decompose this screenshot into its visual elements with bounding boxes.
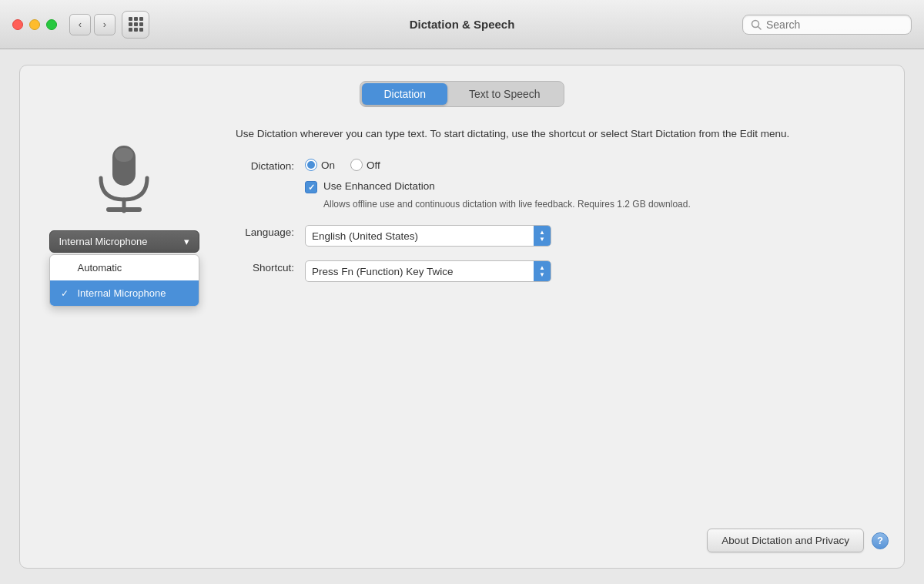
search-input[interactable] xyxy=(766,18,903,31)
shortcut-setting-row: Shortcut: Press Fn (Function) Key Twice … xyxy=(236,260,889,282)
radio-on-circle xyxy=(305,159,317,171)
tab-dictation[interactable]: Dictation xyxy=(362,83,447,105)
about-dictation-button[interactable]: About Dictation and Privacy xyxy=(707,529,864,552)
radio-on-inner xyxy=(307,161,315,169)
svg-line-1 xyxy=(758,26,762,29)
dictation-control: On Off ✓ xyxy=(305,159,889,211)
minimize-button[interactable] xyxy=(29,19,40,30)
dropdown-item-automatic[interactable]: Automatic xyxy=(50,255,199,280)
back-button[interactable]: ‹ xyxy=(69,14,91,35)
dropdown-item-automatic-label: Automatic xyxy=(78,262,122,274)
select-up-arrow: ▲ xyxy=(539,230,545,236)
microphone-dropdown-menu: Automatic ✓ Internal Microphone xyxy=(49,254,199,307)
search-icon xyxy=(751,19,762,30)
svg-rect-5 xyxy=(106,207,142,212)
checkbox-checkmark: ✓ xyxy=(308,183,315,192)
tab-container: Dictation Text to Speech xyxy=(360,81,564,107)
language-value: English (United States) xyxy=(312,230,534,242)
select-down-arrow: ▼ xyxy=(539,237,545,243)
language-control: English (United States) ▲ ▼ xyxy=(305,225,889,247)
window-title: Dictation & Speech xyxy=(410,18,515,31)
forward-button[interactable]: › xyxy=(94,14,116,35)
shortcut-select[interactable]: Press Fn (Function) Key Twice ▲ ▼ xyxy=(305,260,551,282)
bottom-bar: About Dictation and Privacy ? xyxy=(707,529,889,552)
microphone-dropdown-button[interactable]: Internal Microphone ▾ xyxy=(49,230,199,253)
close-button[interactable] xyxy=(12,19,23,30)
radio-off-circle xyxy=(350,159,363,171)
language-select-arrows: ▲ ▼ xyxy=(534,226,551,246)
svg-rect-3 xyxy=(115,148,133,162)
dictation-label: Dictation: xyxy=(236,159,305,172)
tab-bar: Dictation Text to Speech xyxy=(35,81,889,107)
dropdown-arrow-icon: ▾ xyxy=(184,236,189,247)
dropdown-item-internal-mic[interactable]: ✓ Internal Microphone xyxy=(50,280,199,306)
enhanced-dictation-checkbox[interactable]: ✓ xyxy=(305,181,317,193)
dictation-radio-group: On Off xyxy=(305,159,889,171)
search-bar[interactable] xyxy=(742,15,912,35)
microphone-selected-label: Internal Microphone xyxy=(59,236,148,247)
microphone-dropdown: Internal Microphone ▾ Automatic ✓ Intern… xyxy=(49,230,199,253)
traffic-lights xyxy=(12,19,57,30)
maximize-button[interactable] xyxy=(46,19,57,30)
right-panel: Use Dictation wherever you can type text… xyxy=(236,123,889,540)
titlebar: ‹ › Dictation & Speech xyxy=(0,0,924,49)
content-panel: Dictation Text to Speech xyxy=(19,65,905,569)
language-setting-row: Language: English (United States) ▲ ▼ xyxy=(236,225,889,247)
shortcut-label: Shortcut: xyxy=(236,260,305,274)
shortcut-control: Press Fn (Function) Key Twice ▲ ▼ xyxy=(305,260,889,282)
dictation-setting-row: Dictation: On Off xyxy=(236,159,889,211)
left-panel: Internal Microphone ▾ Automatic ✓ Intern… xyxy=(35,123,213,540)
radio-on-label: On xyxy=(321,159,335,171)
language-label: Language: xyxy=(236,225,305,238)
shortcut-value: Press Fn (Function) Key Twice xyxy=(312,266,534,277)
grid-icon xyxy=(129,17,143,32)
enhanced-dictation-desc: Allows offline use and continuous dictat… xyxy=(323,198,889,211)
grid-view-button[interactable] xyxy=(122,11,149,39)
radio-on[interactable]: On xyxy=(305,159,335,171)
description-text: Use Dictation wherever you can type text… xyxy=(236,126,889,142)
radio-off-label: Off xyxy=(367,159,380,171)
help-button[interactable]: ? xyxy=(872,532,889,549)
microphone-icon xyxy=(89,138,159,215)
radio-off[interactable]: Off xyxy=(350,159,380,171)
checkmark-internal-mic: ✓ xyxy=(61,288,72,299)
tab-tts[interactable]: Text to Speech xyxy=(447,83,562,105)
enhanced-dictation-row: ✓ Use Enhanced Dictation xyxy=(305,180,889,193)
main-content: Dictation Text to Speech xyxy=(0,49,924,584)
nav-buttons: ‹ › xyxy=(69,14,116,35)
enhanced-dictation-label: Use Enhanced Dictation xyxy=(323,180,435,192)
shortcut-select-arrows: ▲ ▼ xyxy=(534,261,551,281)
shortcut-down-arrow: ▼ xyxy=(539,272,545,278)
shortcut-up-arrow: ▲ xyxy=(539,265,545,271)
dropdown-item-internal-mic-label: Internal Microphone xyxy=(78,287,166,299)
language-select[interactable]: English (United States) ▲ ▼ xyxy=(305,225,551,247)
panel-body: Internal Microphone ▾ Automatic ✓ Intern… xyxy=(35,123,889,540)
